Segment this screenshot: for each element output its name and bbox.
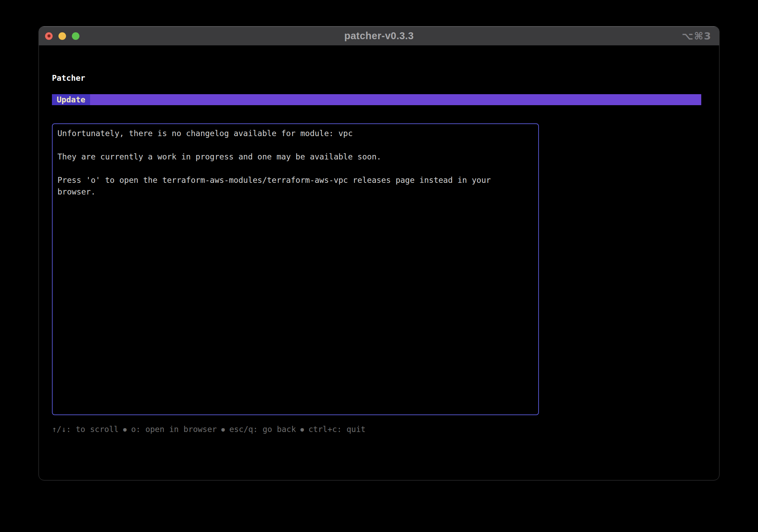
bullet-separator-icon: ● xyxy=(123,423,127,435)
tab-update[interactable]: Update xyxy=(52,94,90,105)
window-titlebar[interactable]: patcher-v0.3.3 ⌥⌘3 xyxy=(39,26,719,45)
tab-bar-filler xyxy=(90,94,701,105)
help-item-quit: ctrl+c: quit xyxy=(308,423,366,435)
close-button[interactable] xyxy=(45,32,53,40)
window-title: patcher-v0.3.3 xyxy=(39,30,719,42)
traffic-light-buttons xyxy=(39,32,79,40)
tab-bar: Update xyxy=(52,94,701,105)
zoom-button[interactable] xyxy=(72,32,79,40)
terminal-content: Patcher Update Unfortunately, there is n… xyxy=(39,72,719,435)
help-item-scroll: ↑/↓: to scroll xyxy=(52,423,119,435)
tab-shortcut-hint: ⌥⌘3 xyxy=(682,30,719,42)
help-bar: ↑/↓: to scroll ● o: open in browser ● es… xyxy=(52,423,719,435)
terminal-window: patcher-v0.3.3 ⌥⌘3 Patcher Update Unfort… xyxy=(39,26,719,480)
changelog-message-line: Unfortunately, there is no changelog ava… xyxy=(57,128,533,139)
changelog-viewport[interactable]: Unfortunately, there is no changelog ava… xyxy=(52,123,539,415)
changelog-message-line: They are currently a work in progress an… xyxy=(57,151,533,163)
bullet-separator-icon: ● xyxy=(221,423,225,435)
desktop-background: patcher-v0.3.3 ⌥⌘3 Patcher Update Unfort… xyxy=(0,0,758,532)
bullet-separator-icon: ● xyxy=(301,423,304,435)
help-item-go-back: esc/q: go back xyxy=(229,423,296,435)
app-title: Patcher xyxy=(52,72,719,84)
help-item-open-browser: o: open in browser xyxy=(131,423,217,435)
minimize-button[interactable] xyxy=(58,32,66,40)
unsaved-changes-dot-icon xyxy=(47,34,51,37)
changelog-message-line: Press 'o' to open the terraform-aws-modu… xyxy=(57,174,533,198)
